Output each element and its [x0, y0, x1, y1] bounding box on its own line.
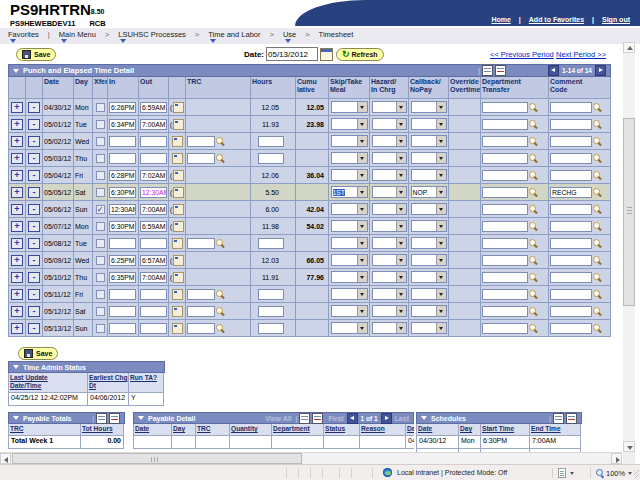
department-transfer-input[interactable] [482, 272, 528, 283]
chevron-down-icon[interactable] [396, 289, 406, 299]
skip-take-meal-select[interactable] [331, 288, 368, 300]
in-time-input[interactable]: 6:25PM [109, 255, 136, 266]
chevron-down-icon[interactable] [436, 221, 446, 231]
hazard-in-chrg-select[interactable] [372, 101, 407, 113]
next-rows-icon[interactable] [595, 65, 606, 76]
add-row-button[interactable]: + [11, 136, 23, 147]
hazard-in-chrg-select[interactable] [372, 220, 407, 232]
chevron-down-icon[interactable] [436, 323, 446, 333]
comment-lookup-icon[interactable] [593, 137, 602, 146]
time-detail-icon[interactable] [172, 153, 183, 164]
chevron-down-icon[interactable] [357, 323, 367, 333]
add-row-button[interactable]: + [11, 255, 23, 266]
out-time-input[interactable] [140, 136, 167, 147]
find-grid-icon[interactable] [553, 413, 564, 424]
scroll-left-icon[interactable] [0, 453, 11, 464]
time-detail-icon[interactable] [173, 272, 184, 283]
department-lookup-icon[interactable] [529, 154, 538, 163]
skip-take-meal-select[interactable] [331, 135, 368, 147]
chevron-down-icon[interactable] [357, 153, 367, 163]
xfer-checkbox[interactable] [96, 273, 105, 282]
callback-nopay-select[interactable] [411, 322, 447, 334]
department-transfer-input[interactable] [482, 102, 528, 113]
department-transfer-input[interactable] [482, 119, 528, 130]
out-time-input[interactable]: 6:59AM [140, 102, 167, 113]
chevron-down-icon[interactable] [436, 238, 446, 248]
scroll-up-icon[interactable] [623, 42, 635, 53]
comment-code-input[interactable] [550, 221, 592, 232]
comment-code-input[interactable] [550, 323, 592, 334]
comment-code-input[interactable] [550, 255, 592, 266]
skip-take-meal-select[interactable]: 1ST [331, 186, 368, 198]
hazard-in-chrg-select[interactable] [372, 135, 407, 147]
chevron-down-icon[interactable] [357, 255, 367, 265]
trc-input[interactable] [187, 136, 215, 147]
chevron-down-icon[interactable] [436, 272, 446, 282]
skip-take-meal-select[interactable] [331, 220, 368, 232]
chevron-down-icon[interactable] [396, 153, 406, 163]
first-link[interactable]: First [328, 415, 343, 422]
skip-take-meal-select[interactable] [331, 203, 368, 215]
chevron-down-icon[interactable] [396, 187, 406, 197]
chevron-down-icon[interactable] [357, 221, 367, 231]
chevron-down-icon[interactable] [357, 136, 367, 146]
comment-code-input[interactable] [550, 289, 592, 300]
skip-take-meal-select[interactable] [331, 152, 368, 164]
chevron-down-icon[interactable] [396, 238, 406, 248]
comment-code-input[interactable] [550, 170, 592, 181]
chevron-down-icon[interactable] [436, 306, 446, 316]
time-detail-icon[interactable] [172, 238, 183, 249]
out-time-input[interactable] [140, 238, 167, 249]
xfer-checkbox[interactable] [96, 222, 105, 231]
hazard-in-chrg-select[interactable] [372, 237, 407, 249]
add-to-favorites-link[interactable]: Add to Favorites [529, 16, 584, 23]
skip-take-meal-select[interactable] [331, 237, 368, 249]
trc-lookup-icon[interactable] [216, 137, 225, 146]
add-row-button[interactable]: + [11, 119, 23, 130]
department-lookup-icon[interactable] [529, 239, 538, 248]
comment-lookup-icon[interactable] [593, 324, 602, 333]
chevron-down-icon[interactable] [396, 119, 406, 129]
out-time-input[interactable]: 12:30AM [140, 187, 167, 198]
chevron-down-icon[interactable] [436, 289, 446, 299]
callback-nopay-select[interactable] [411, 288, 447, 300]
comment-lookup-icon[interactable] [593, 256, 602, 265]
callback-nopay-select[interactable] [411, 169, 447, 181]
out-time-input[interactable]: 7:00AM [140, 272, 167, 283]
chevron-down-icon[interactable] [396, 306, 406, 316]
time-detail-icon[interactable] [173, 102, 184, 113]
hazard-in-chrg-select[interactable] [372, 118, 407, 130]
hazard-in-chrg-select[interactable] [372, 322, 407, 334]
xfer-checkbox[interactable] [96, 307, 105, 316]
comment-lookup-icon[interactable] [593, 307, 602, 316]
trc-input[interactable] [187, 306, 215, 317]
chevron-down-icon[interactable] [436, 102, 446, 112]
breadcrumb-time-and-labor[interactable]: Time and Labor [208, 30, 260, 39]
time-detail-icon[interactable] [172, 323, 183, 334]
chevron-down-icon[interactable] [357, 272, 367, 282]
chevron-down-icon[interactable] [436, 170, 446, 180]
add-row-button[interactable]: + [11, 272, 23, 283]
home-link[interactable]: Home [491, 16, 510, 23]
time-detail-icon[interactable] [172, 306, 183, 317]
department-lookup-icon[interactable] [529, 103, 538, 112]
skip-take-meal-select[interactable] [331, 322, 368, 334]
chevron-down-icon[interactable] [396, 255, 406, 265]
comment-code-input[interactable] [550, 153, 592, 164]
find-grid-icon[interactable] [482, 65, 493, 76]
time-detail-icon[interactable] [172, 289, 183, 300]
in-time-input[interactable]: 6:28PM [109, 170, 136, 181]
xfer-checkbox[interactable] [96, 103, 105, 112]
time-detail-icon[interactable] [173, 170, 184, 181]
callback-nopay-select[interactable] [411, 271, 447, 283]
in-time-input[interactable] [109, 289, 136, 300]
out-time-input[interactable] [140, 153, 167, 164]
trc-lookup-icon[interactable] [216, 239, 225, 248]
callback-nopay-select[interactable]: NOP. [411, 186, 447, 198]
xfer-checkbox[interactable] [96, 290, 105, 299]
xfer-checkbox[interactable] [96, 171, 105, 180]
comment-code-input[interactable] [550, 136, 592, 147]
out-time-input[interactable]: 7:00AM [140, 204, 167, 215]
horizontal-scrollbar[interactable] [0, 452, 622, 464]
chevron-down-icon[interactable] [357, 102, 367, 112]
